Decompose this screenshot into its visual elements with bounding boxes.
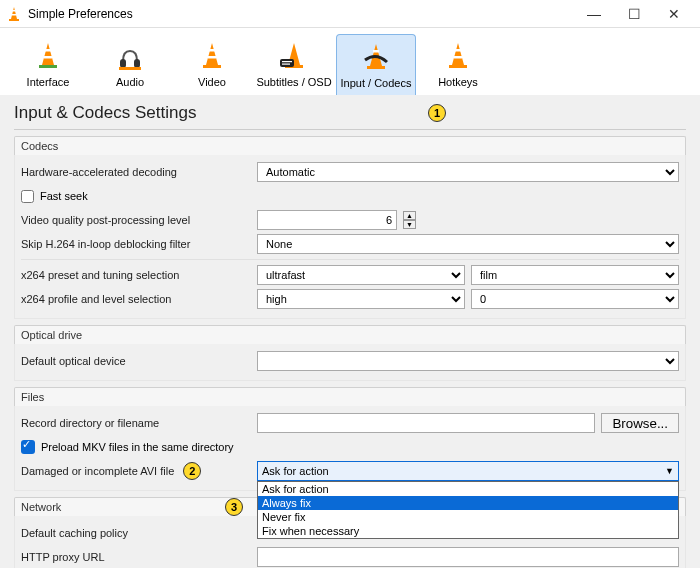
svg-rect-19 (282, 64, 290, 65)
minimize-button[interactable]: — (574, 6, 614, 22)
svg-rect-3 (12, 14, 16, 16)
tab-subtitles[interactable]: Subtitles / OSD (254, 34, 334, 95)
svg-marker-4 (42, 43, 54, 65)
x264-profile-label: x264 profile and level selection (21, 293, 251, 305)
svg-rect-22 (373, 50, 379, 53)
avi-selected-value: Ask for action (262, 465, 329, 477)
preload-mkv-checkbox[interactable] (21, 440, 35, 454)
chevron-down-icon: ▼ (665, 466, 674, 476)
close-button[interactable]: ✕ (654, 6, 694, 22)
category-tabs: Interface Audio Video Subtitles / OSD In… (0, 28, 700, 95)
svg-rect-13 (209, 49, 215, 52)
tab-input-codecs-label: Input / Codecs (339, 77, 413, 89)
x264-preset-label: x264 preset and tuning selection (21, 269, 251, 281)
hw-decode-select[interactable]: Automatic (257, 162, 679, 182)
x264-preset-select[interactable]: ultrafast (257, 265, 465, 285)
browse-button[interactable]: Browse... (601, 413, 679, 433)
svg-rect-17 (280, 59, 294, 67)
optical-device-select[interactable] (257, 351, 679, 371)
tab-audio-label: Audio (92, 76, 168, 88)
x264-profile-select[interactable]: high (257, 289, 465, 309)
avi-option-always-fix[interactable]: Always fix (258, 496, 678, 510)
tab-video[interactable]: Video (172, 34, 252, 95)
skip-h264-label: Skip H.264 in-loop deblocking filter (21, 238, 251, 250)
vq-label: Video quality post-processing level (21, 214, 251, 226)
group-optical-header: Optical drive (14, 325, 686, 344)
svg-rect-26 (454, 56, 462, 59)
fast-seek-checkbox[interactable] (21, 190, 34, 203)
svg-rect-10 (119, 67, 141, 70)
skip-h264-select[interactable]: None (257, 234, 679, 254)
input-codecs-icon (339, 39, 413, 75)
svg-rect-7 (44, 56, 52, 59)
maximize-button[interactable]: ☐ (614, 6, 654, 22)
optical-device-label: Default optical device (21, 355, 251, 367)
interface-icon (10, 38, 86, 74)
vq-step-up[interactable]: ▲ (403, 211, 416, 220)
avi-option-ask[interactable]: Ask for action (258, 482, 678, 496)
page-title-row: Input & Codecs Settings 1 (14, 103, 686, 123)
proxy-input[interactable] (257, 547, 679, 567)
svg-rect-21 (367, 66, 385, 69)
preload-mkv-label: Preload MKV files in the same directory (41, 441, 234, 453)
annotation-marker-2: 2 (183, 462, 201, 480)
avi-label: Damaged or incomplete AVI file 2 (21, 462, 251, 480)
page-body: Input & Codecs Settings 1 Codecs Hardwar… (0, 95, 700, 568)
svg-rect-6 (45, 49, 51, 52)
svg-rect-1 (9, 19, 19, 21)
tab-hotkeys[interactable]: Hotkeys (418, 34, 498, 95)
svg-marker-0 (11, 7, 17, 19)
title-divider (14, 129, 686, 130)
group-codecs: Hardware-accelerated decoding Automatic … (14, 155, 686, 319)
svg-rect-18 (282, 61, 292, 62)
avi-action-select[interactable]: Ask for action ▼ Ask for action Always f… (257, 461, 679, 481)
avi-option-never-fix[interactable]: Never fix (258, 510, 678, 524)
svg-rect-24 (449, 65, 467, 68)
svg-marker-23 (452, 43, 464, 65)
record-dir-input[interactable] (257, 413, 595, 433)
caching-label: Default caching policy (21, 527, 251, 539)
page-title: Input & Codecs Settings (14, 103, 196, 123)
window-title: Simple Preferences (28, 7, 574, 21)
record-dir-label: Record directory or filename (21, 417, 251, 429)
svg-marker-11 (206, 43, 218, 65)
vq-spinner[interactable] (257, 210, 397, 230)
video-icon (174, 38, 250, 74)
avi-option-fix-when-necessary[interactable]: Fix when necessary (258, 524, 678, 538)
tab-subtitles-label: Subtitles / OSD (256, 76, 332, 88)
group-codecs-header: Codecs (14, 136, 686, 155)
tab-video-label: Video (174, 76, 250, 88)
hotkeys-icon (420, 38, 496, 74)
tab-hotkeys-label: Hotkeys (420, 76, 496, 88)
fast-seek-label: Fast seek (40, 190, 88, 202)
x264-tuning-select[interactable]: film (471, 265, 679, 285)
svg-rect-9 (134, 59, 140, 68)
annotation-marker-3: 3 (225, 498, 243, 516)
hw-decode-label: Hardware-accelerated decoding (21, 166, 251, 178)
group-files-header: Files (14, 387, 686, 406)
group-optical: Default optical device (14, 344, 686, 381)
avi-options-list: Ask for action Always fix Never fix Fix … (257, 481, 679, 539)
tab-input-codecs[interactable]: Input / Codecs (336, 34, 416, 95)
vlc-cone-icon (6, 6, 22, 22)
svg-rect-14 (208, 56, 216, 59)
annotation-marker-1: 1 (428, 104, 446, 122)
proxy-label: HTTP proxy URL (21, 551, 251, 563)
tab-audio[interactable]: Audio (90, 34, 170, 95)
x264-level-select[interactable]: 0 (471, 289, 679, 309)
subtitles-icon (256, 38, 332, 74)
titlebar: Simple Preferences — ☐ ✕ (0, 0, 700, 28)
group-files: Record directory or filename Browse... P… (14, 406, 686, 491)
tab-interface-label: Interface (10, 76, 86, 88)
tab-interface[interactable]: Interface (8, 34, 88, 95)
vq-step-down[interactable]: ▼ (403, 220, 416, 229)
svg-rect-12 (203, 65, 221, 68)
svg-rect-8 (120, 59, 126, 68)
audio-icon (92, 38, 168, 74)
svg-rect-5 (39, 65, 57, 68)
svg-rect-2 (13, 10, 16, 12)
svg-rect-25 (455, 49, 461, 52)
